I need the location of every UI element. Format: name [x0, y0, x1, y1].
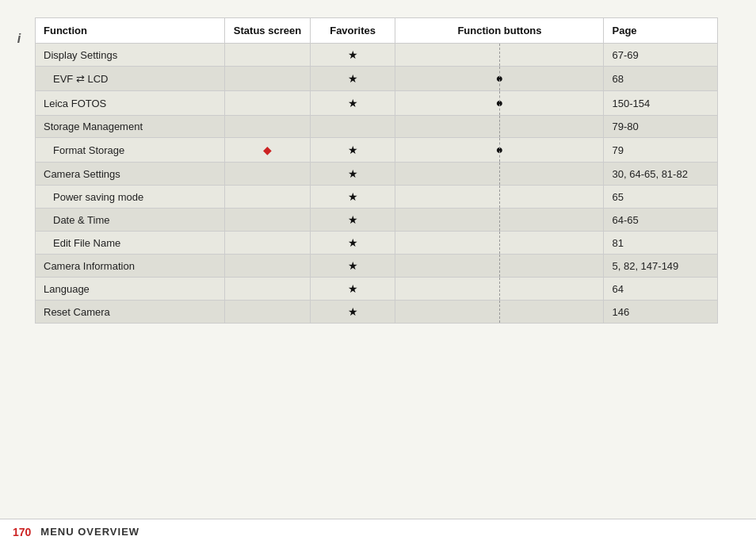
cell-page: 68 [604, 67, 718, 91]
cell-function: Storage Management [36, 116, 225, 138]
header-page: Page [604, 18, 718, 44]
dot-icon: ● [496, 71, 504, 85]
table-header-row: Function Status screen Favorites Functio… [36, 18, 718, 44]
footer-bar: 170 MENU OVERVIEW [0, 519, 756, 544]
star-icon: ★ [348, 282, 358, 295]
cell-favorites: ★ [310, 163, 395, 186]
header-status: Status screen [225, 18, 311, 44]
cell-funcbtn: ● [395, 91, 604, 116]
footer-title: MENU OVERVIEW [40, 526, 139, 538]
cell-function: Format Storage [36, 138, 225, 163]
star-icon: ★ [348, 190, 358, 203]
cell-status [225, 255, 311, 278]
cell-function: Reset Camera [36, 301, 225, 324]
i-icon: i [17, 32, 21, 46]
star-icon: ★ [348, 48, 358, 61]
cell-function: Camera Information [36, 255, 225, 278]
cell-page: 79 [604, 138, 718, 163]
cell-status [225, 278, 311, 301]
star-icon: ★ [348, 305, 358, 318]
star-icon: ★ [348, 144, 358, 156]
table-body: Display Settings★67-69EVF ⇄ LCD★●68Leica… [36, 44, 718, 324]
cell-function: Power saving mode [36, 186, 225, 209]
cell-favorites [310, 116, 395, 138]
diamond-icon: ◆ [263, 144, 272, 156]
star-icon: ★ [348, 236, 358, 249]
cell-page: 30, 64-65, 81-82 [604, 163, 718, 186]
cell-function: EVF ⇄ LCD [36, 67, 225, 91]
star-icon: ★ [348, 72, 358, 85]
cell-favorites: ★ [310, 255, 395, 278]
function-table: Function Status screen Favorites Functio… [35, 17, 718, 324]
cell-funcbtn [395, 301, 604, 324]
table-row: Format Storage◆★●79 [36, 138, 718, 163]
cell-status [225, 163, 311, 186]
table-container: Function Status screen Favorites Functio… [35, 17, 718, 324]
footer-page-number: 170 [13, 526, 31, 538]
table-row: Camera Settings★30, 64-65, 81-82 [36, 163, 718, 186]
cell-favorites: ★ [310, 138, 395, 163]
cell-funcbtn [395, 116, 604, 138]
cell-page: 79-80 [604, 116, 718, 138]
cell-page: 67-69 [604, 44, 718, 67]
cell-function: Leica FOTOS [36, 91, 225, 116]
table-row: Camera Information★5, 82, 147-149 [36, 255, 718, 278]
cell-funcbtn [395, 186, 604, 209]
cell-page: 146 [604, 301, 718, 324]
star-icon: ★ [348, 97, 358, 109]
star-icon: ★ [348, 259, 358, 272]
cell-funcbtn [395, 255, 604, 278]
cell-page: 64-65 [604, 209, 718, 232]
header-function: Function [36, 18, 225, 44]
table-row: Display Settings★67-69 [36, 44, 718, 67]
cell-page: 81 [604, 232, 718, 255]
table-row: Leica FOTOS★●150-154 [36, 91, 718, 116]
cell-funcbtn [395, 278, 604, 301]
cell-favorites: ★ [310, 91, 395, 116]
cell-funcbtn [395, 163, 604, 186]
cell-favorites: ★ [310, 301, 395, 324]
table-row: Edit File Name★81 [36, 232, 718, 255]
header-function-buttons: Function buttons [395, 18, 604, 44]
table-row: Date & Time★64-65 [36, 209, 718, 232]
cell-favorites: ★ [310, 232, 395, 255]
cell-status [225, 91, 311, 116]
cell-status [225, 232, 311, 255]
cell-funcbtn [395, 232, 604, 255]
info-icon: i [8, 24, 30, 54]
cell-page: 150-154 [604, 91, 718, 116]
table-row: Language★64 [36, 278, 718, 301]
table-row: Reset Camera★146 [36, 301, 718, 324]
cell-function: Camera Settings [36, 163, 225, 186]
dot-icon: ● [496, 96, 504, 109]
cell-status: ◆ [225, 138, 311, 163]
cell-funcbtn [395, 209, 604, 232]
cell-page: 65 [604, 186, 718, 209]
star-icon: ★ [348, 167, 358, 180]
dot-icon: ● [496, 143, 504, 156]
cell-status [225, 186, 311, 209]
cell-favorites: ★ [310, 44, 395, 67]
cell-status [225, 301, 311, 324]
cell-favorites: ★ [310, 67, 395, 91]
cell-function: Display Settings [36, 44, 225, 67]
cell-function: Date & Time [36, 209, 225, 232]
cell-page: 64 [604, 278, 718, 301]
cell-funcbtn: ● [395, 67, 604, 91]
cell-function: Edit File Name [36, 232, 225, 255]
cell-status [225, 209, 311, 232]
cell-status [225, 44, 311, 67]
cell-status [225, 116, 311, 138]
table-row: EVF ⇄ LCD★●68 [36, 67, 718, 91]
header-favorites: Favorites [310, 18, 395, 44]
table-row: Storage Management79-80 [36, 116, 718, 138]
table-row: Power saving mode★65 [36, 186, 718, 209]
cell-favorites: ★ [310, 209, 395, 232]
cell-page: 5, 82, 147-149 [604, 255, 718, 278]
cell-funcbtn [395, 44, 604, 67]
cell-favorites: ★ [310, 278, 395, 301]
star-icon: ★ [348, 213, 358, 226]
cell-favorites: ★ [310, 186, 395, 209]
cell-status [225, 67, 311, 91]
cell-funcbtn: ● [395, 138, 604, 163]
